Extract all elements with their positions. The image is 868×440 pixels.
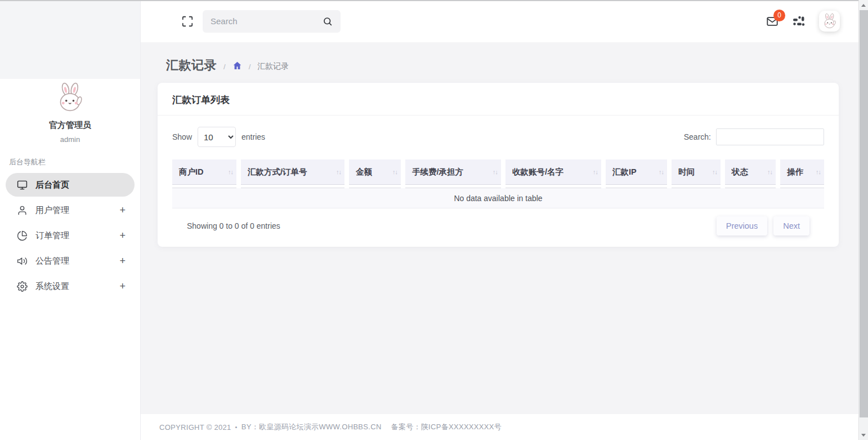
- remittance-table: 商户ID↑↓ 汇款方式/订单号↑↓ 金额↑↓ 手续费/承担方↑↓ 收款账号/名字…: [172, 159, 824, 208]
- sidebar-item-dashboard[interactable]: 后台首页: [6, 173, 135, 197]
- fullscreen-icon[interactable]: [181, 15, 194, 28]
- gear-icon: [17, 281, 28, 292]
- column-header-status[interactable]: 状态↑↓: [725, 159, 776, 185]
- sidebar-profile: 官方管理员 admin: [0, 79, 140, 144]
- user-icon: [17, 205, 28, 216]
- column-header-payee-account-name[interactable]: 收款账号/名字↑↓: [505, 159, 601, 185]
- sidebar: 官方管理员 admin 后台导航栏 后台首页 用户管理 + 订单管理 + 公告管…: [0, 0, 141, 440]
- scrollbar-down-arrow[interactable]: [859, 430, 868, 440]
- search-input[interactable]: [211, 16, 323, 26]
- breadcrumb-current: 汇款记录: [257, 61, 289, 72]
- main-content: 汇款记录 / / 汇款记录 汇款订单列表 Show 10 entries Sea…: [141, 42, 858, 414]
- sidebar-item-announcement-management[interactable]: 公告管理 +: [6, 249, 135, 273]
- column-header-time[interactable]: 时间↑↓: [672, 159, 721, 185]
- sidebar-item-label: 订单管理: [35, 230, 69, 241]
- browser-scrollbar: [858, 0, 868, 440]
- sidebar-item-label: 公告管理: [35, 256, 69, 266]
- page-footer: COPYRIGHT © 2021 • BY：欧皇源码论坛演示WWW.OHBBS.…: [141, 414, 858, 440]
- footer-copyright: COPYRIGHT © 2021: [159, 423, 231, 432]
- expand-plus-icon[interactable]: +: [119, 255, 126, 267]
- previous-page-button[interactable]: Previous: [717, 216, 767, 235]
- table-header-row: 商户ID↑↓ 汇款方式/订单号↑↓ 金额↑↓ 手续费/承担方↑↓ 收款账号/名字…: [172, 159, 824, 185]
- column-header-fee-bearer[interactable]: 手续费/承担方↑↓: [405, 159, 501, 185]
- sidebar-item-user-management[interactable]: 用户管理 +: [6, 198, 135, 222]
- scrollbar-thumb[interactable]: [860, 10, 868, 417]
- table-search-label: Search:: [684, 132, 711, 141]
- sidebar-item-order-management[interactable]: 订单管理 +: [6, 224, 135, 247]
- sidebar-item-system-settings[interactable]: 系统设置 +: [6, 274, 135, 298]
- pie-chart-icon: [17, 230, 28, 241]
- table-header-underline: [172, 185, 824, 188]
- sort-icon[interactable]: ↑↓: [593, 168, 598, 175]
- sidebar-item-label: 用户管理: [35, 205, 69, 216]
- footer-icp: 备案号：陕ICP备XXXXXXXXX号: [391, 422, 502, 432]
- mail-icon[interactable]: 0: [766, 15, 778, 28]
- empty-message: No data available in table: [454, 194, 542, 203]
- length-prefix-label: Show: [172, 132, 192, 141]
- mail-badge: 0: [773, 10, 785, 21]
- profile-name: 官方管理员: [0, 120, 140, 131]
- length-suffix-label: entries: [241, 132, 265, 141]
- pagination: Previous Next: [717, 216, 809, 235]
- page-title: 汇款记录: [166, 57, 217, 74]
- expand-plus-icon[interactable]: +: [119, 205, 126, 216]
- remittance-list-card: 汇款订单列表 Show 10 entries Search: 商户ID↑↓ 汇款…: [158, 83, 839, 247]
- table-search-input[interactable]: [716, 128, 824, 145]
- sort-icon[interactable]: ↑↓: [816, 168, 821, 175]
- page-length-select[interactable]: 10: [198, 127, 236, 147]
- table-controls: Show 10 entries Search:: [172, 127, 824, 147]
- column-header-method-orderno[interactable]: 汇款方式/订单号↑↓: [241, 159, 344, 185]
- column-header-remit-ip[interactable]: 汇款IP↑↓: [606, 159, 667, 185]
- sidebar-logo-area: [0, 0, 140, 79]
- apps-grid-icon[interactable]: [792, 15, 806, 28]
- monitor-icon: [17, 180, 28, 190]
- footer-by: BY：欧皇源码论坛演示WWW.OHBBS.CN: [241, 422, 382, 432]
- sort-icon[interactable]: ↑↓: [493, 168, 498, 175]
- scrollbar-up-arrow[interactable]: [859, 1, 868, 10]
- sort-icon[interactable]: ↑↓: [392, 168, 397, 175]
- expand-plus-icon[interactable]: +: [119, 230, 126, 242]
- table-info: Showing 0 to 0 of 0 entries: [187, 221, 280, 230]
- sort-icon[interactable]: ↑↓: [659, 168, 664, 175]
- profile-username: admin: [0, 135, 140, 144]
- card-title: 汇款订单列表: [158, 83, 839, 115]
- sort-icon[interactable]: ↑↓: [712, 168, 717, 175]
- home-icon[interactable]: [232, 58, 242, 73]
- column-header-actions[interactable]: 操作↑↓: [780, 159, 824, 185]
- breadcrumb-separator: /: [223, 63, 226, 71]
- column-header-merchant-id[interactable]: 商户ID↑↓: [172, 159, 236, 185]
- avatar-image: [821, 13, 838, 30]
- table-empty-row: No data available in table: [172, 188, 824, 208]
- speaker-icon: [17, 256, 28, 266]
- sort-icon[interactable]: ↑↓: [767, 168, 772, 175]
- topbar: 0: [141, 0, 858, 42]
- menu-toggle-icon[interactable]: [156, 17, 169, 26]
- topbar-actions: 0: [766, 11, 840, 32]
- next-page-button[interactable]: Next: [773, 216, 809, 235]
- sidebar-item-label: 系统设置: [35, 281, 69, 292]
- footer-bullet: •: [235, 424, 238, 430]
- sidebar-nav: 后台首页 用户管理 + 订单管理 + 公告管理 + 系统设置 +: [0, 173, 140, 298]
- topbar-search: [203, 10, 341, 33]
- table-footer: Showing 0 to 0 of 0 entries Previous Nex…: [172, 208, 824, 235]
- sidebar-section-label: 后台导航栏: [9, 157, 140, 167]
- breadcrumb-separator: /: [249, 63, 251, 71]
- expand-plus-icon[interactable]: +: [119, 281, 126, 292]
- sidebar-item-label: 后台首页: [35, 180, 69, 190]
- sort-icon[interactable]: ↑↓: [336, 168, 341, 175]
- user-avatar: [54, 82, 87, 114]
- search-icon[interactable]: [323, 16, 333, 26]
- sort-icon[interactable]: ↑↓: [228, 168, 233, 175]
- topbar-avatar[interactable]: [819, 11, 840, 32]
- column-header-amount[interactable]: 金额↑↓: [349, 159, 401, 185]
- breadcrumb: 汇款记录 / / 汇款记录: [141, 42, 858, 74]
